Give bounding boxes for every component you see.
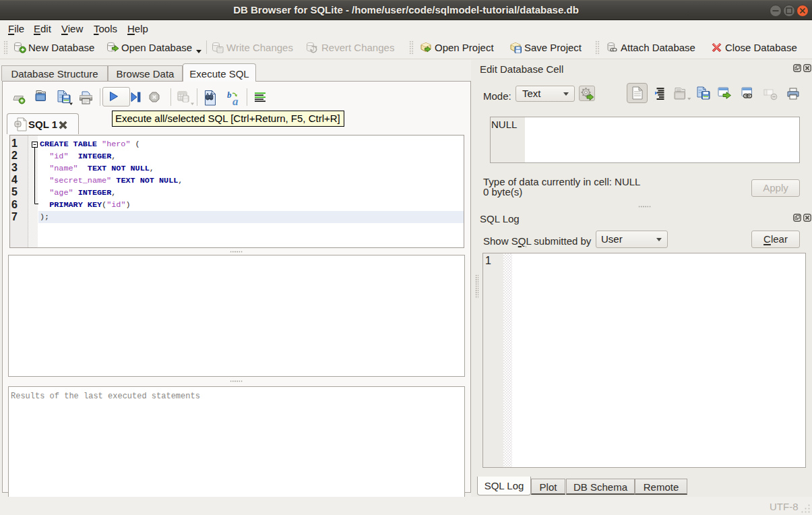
svg-text:b: b	[227, 90, 232, 100]
svg-text:a: a	[232, 95, 239, 107]
